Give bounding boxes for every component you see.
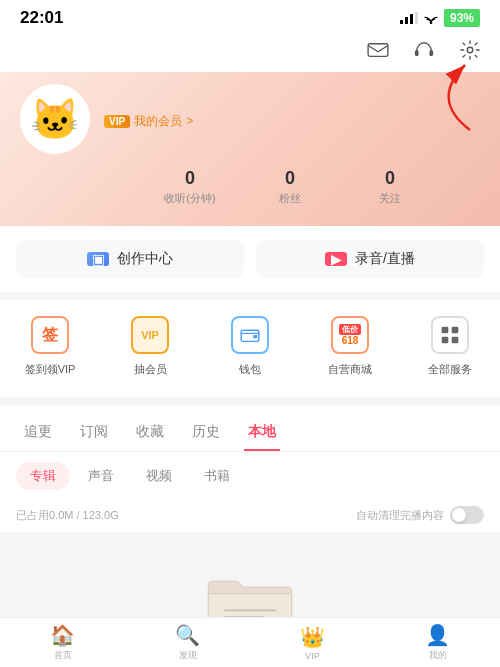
status-bar: 22:01 93% (0, 0, 500, 32)
bottom-nav-vip[interactable]: 👑 VIP (250, 625, 375, 661)
vip-row[interactable]: VIP 我的会员 > (104, 113, 480, 130)
svg-rect-1 (405, 17, 408, 24)
sign-icon: 签 (31, 316, 69, 354)
tab-history[interactable]: 历史 (188, 415, 224, 451)
vip-badge: VIP (104, 115, 130, 128)
tab-collect[interactable]: 收藏 (132, 415, 168, 451)
avatar-image: 🐱 (30, 96, 80, 143)
top-actions-bar (0, 32, 500, 72)
svg-point-8 (467, 47, 473, 53)
record-broadcast-button[interactable]: ▶ 录音/直播 (256, 240, 484, 278)
sub-tabs: 专辑 声音 视频 书籍 (0, 452, 500, 500)
bottom-nav-home[interactable]: 🏠 首页 (0, 623, 125, 662)
wallet-icon (231, 316, 269, 354)
sign-label: 签到领VIP (25, 362, 76, 377)
service-wallet[interactable]: 钱包 (200, 308, 300, 383)
record-label: 录音/直播 (355, 250, 415, 268)
sub-tab-video[interactable]: 视频 (132, 462, 186, 490)
toggle-knob (452, 508, 466, 522)
service-sign-vip[interactable]: 签 签到领VIP (0, 308, 100, 383)
storage-right: 自动清理完播内容 (356, 506, 484, 524)
svg-point-4 (430, 21, 433, 24)
bottom-nav-discover[interactable]: 🔍 发现 (125, 623, 250, 662)
svg-rect-12 (442, 327, 449, 334)
auto-clean-toggle[interactable] (450, 506, 484, 524)
storage-bar: 已占用0.0M / 123.0G 自动清理完播内容 (0, 500, 500, 532)
storage-used: 已占用0.0M / 123.0G (16, 508, 119, 523)
profile-nav-label: 我的 (429, 649, 447, 662)
stat-listen: 0 收听(分钟) (140, 168, 240, 206)
record-icon: ▶ (325, 252, 347, 266)
svg-rect-14 (442, 337, 449, 344)
svg-rect-5 (368, 44, 388, 57)
status-icons: 93% (400, 9, 480, 27)
svg-rect-15 (452, 337, 459, 344)
quick-actions: ▣ 创作中心 ▶ 录音/直播 (0, 226, 500, 292)
wallet-label: 钱包 (239, 362, 261, 377)
settings-icon[interactable] (456, 36, 484, 64)
vip-draw-text: VIP (141, 329, 159, 341)
create-icon: ▣ (87, 252, 109, 266)
sub-tab-sound[interactable]: 声音 (74, 462, 128, 490)
mail-icon[interactable] (364, 36, 392, 64)
tab-local[interactable]: 本地 (244, 415, 280, 451)
service-draw-vip[interactable]: VIP 抽会员 (100, 308, 200, 383)
stats-row: 0 收听(分钟) 0 粉丝 0 关注 (20, 168, 480, 206)
bottom-nav-profile[interactable]: 👤 我的 (375, 623, 500, 662)
stat-fans: 0 粉丝 (240, 168, 340, 206)
svg-rect-11 (253, 335, 257, 338)
discover-nav-icon: 🔍 (175, 623, 200, 647)
profile-info: VIP 我的会员 > (104, 109, 480, 130)
svg-rect-7 (429, 50, 433, 56)
bottom-nav: 🏠 首页 🔍 发现 👑 VIP 👤 我的 (0, 617, 500, 667)
shop-badge (363, 312, 373, 322)
vip-arrow: > (186, 114, 193, 128)
auto-clean-label: 自动清理完播内容 (356, 508, 444, 523)
avatar[interactable]: 🐱 (20, 84, 90, 154)
sub-tab-album[interactable]: 专辑 (16, 462, 70, 490)
vip-nav-label: VIP (305, 651, 320, 661)
service-all[interactable]: 全部服务 (400, 308, 500, 383)
tab-follow[interactable]: 追更 (20, 415, 56, 451)
sub-tab-book[interactable]: 书籍 (190, 462, 244, 490)
home-nav-label: 首页 (54, 649, 72, 662)
vip-draw-label: 抽会员 (134, 362, 167, 377)
service-shop[interactable]: 低价 618 自营商城 (300, 308, 400, 383)
create-center-button[interactable]: ▣ 创作中心 (16, 240, 244, 278)
discover-nav-label: 发现 (179, 649, 197, 662)
battery-indicator: 93% (444, 9, 480, 27)
main-tabs: 追更 订阅 收藏 历史 本地 (0, 397, 500, 452)
stat-following: 0 关注 (340, 168, 440, 206)
svg-rect-2 (410, 14, 413, 24)
headset-icon[interactable] (410, 36, 438, 64)
vip-draw-icon: VIP (131, 316, 169, 354)
svg-rect-3 (415, 12, 418, 24)
create-label: 创作中心 (117, 250, 173, 268)
home-nav-icon: 🏠 (50, 623, 75, 647)
svg-rect-0 (400, 20, 403, 24)
tab-subscribe[interactable]: 订阅 (76, 415, 112, 451)
status-time: 22:01 (20, 8, 63, 28)
wifi-icon (423, 12, 439, 24)
service-grid: 签 签到领VIP VIP 抽会员 钱包 低价 (0, 292, 500, 397)
all-services-icon (431, 316, 469, 354)
shop-label: 自营商城 (328, 362, 372, 377)
svg-rect-6 (415, 50, 419, 56)
signal-icon (400, 12, 418, 24)
profile-header: 🐱 VIP 我的会员 > 0 收听(分钟) 0 粉丝 0 关注 (0, 72, 500, 226)
all-services-label: 全部服务 (428, 362, 472, 377)
svg-rect-13 (452, 327, 459, 334)
vip-nav-icon: 👑 (300, 625, 325, 649)
profile-nav-icon: 👤 (425, 623, 450, 647)
vip-text: 我的会员 (134, 113, 182, 130)
